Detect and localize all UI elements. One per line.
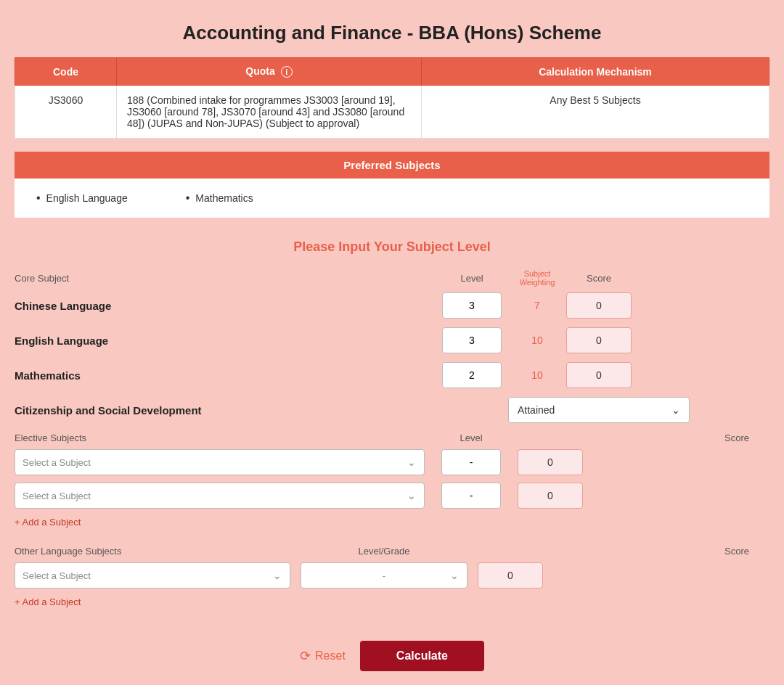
level-header: Level	[460, 273, 483, 284]
chinese-weighting: 7	[508, 300, 566, 311]
info-table: Code Quota i Calculation Mechanism JS306…	[15, 57, 769, 139]
math-level-select[interactable]: 21345	[442, 362, 502, 388]
bullet-2: •	[186, 192, 190, 205]
other-lang-headers: Other Language Subjects Level/Grade Scor…	[15, 545, 769, 557]
col-header-code: Code	[15, 58, 117, 86]
subject-name-english: English Language	[15, 335, 436, 347]
elective-row-2: Select a Subject ⌄ -12345 0	[15, 483, 769, 509]
math-weighting: 10	[508, 369, 566, 381]
preferred-subject-2-label: Mathematics	[195, 192, 253, 204]
add-subject-link[interactable]: + Add a Subject	[15, 516, 769, 539]
col-header-mechanism: Calculation Mechanism	[422, 58, 769, 86]
elective-level-1[interactable]: -12345	[435, 449, 507, 475]
english-weighting: 10	[508, 335, 566, 346]
other-level-grade-header: Level/Grade	[359, 546, 410, 557]
subject-row-math: Mathematics 21345 10 0	[15, 362, 769, 388]
preferred-subjects-content: • English Language • Mathematics	[15, 179, 769, 218]
calculate-button[interactable]: Calculate	[360, 641, 484, 671]
section-title: Please Input Your Subject Level	[15, 239, 769, 255]
reset-label: Reset	[315, 649, 346, 663]
add-subject-anchor[interactable]: + Add a Subject	[15, 517, 81, 528]
math-score: 0	[566, 362, 632, 388]
elective-label: Elective Subjects	[15, 432, 86, 443]
elective-score-header: Score	[704, 432, 769, 443]
chevron-down-icon: ⌄	[671, 404, 680, 416]
info-icon: i	[281, 66, 293, 78]
csd-attained-dropdown[interactable]: Attained ⌄	[508, 397, 690, 423]
chinese-level-select[interactable]: 31245	[442, 292, 502, 319]
other-level-select-1[interactable]: -	[301, 562, 467, 588]
elective-subject-select-1[interactable]: Select a Subject	[15, 449, 425, 475]
preferred-subject-1: • English Language	[36, 192, 128, 205]
add-other-link[interactable]: + Add a Subject	[15, 596, 769, 619]
preferred-subjects-header: Preferred Subjects	[15, 152, 769, 179]
subject-row-english: English Language 31245 10 0	[15, 327, 769, 353]
subject-name-math: Mathematics	[15, 369, 436, 382]
reset-button[interactable]: ⟳ Reset	[300, 648, 346, 664]
core-subject-label: Core Subject	[15, 273, 69, 284]
chinese-score: 0	[566, 292, 632, 319]
elective-subject-select-2[interactable]: Select a Subject	[15, 483, 425, 509]
subject-row-csd: Citizenship and Social Development Attai…	[15, 397, 769, 423]
elective-select-wrapper-2[interactable]: Select a Subject ⌄	[15, 483, 425, 509]
subject-row-chinese: Chinese Language 31245 7 0	[15, 292, 769, 319]
english-level-dropdown[interactable]: 31245	[436, 327, 508, 353]
elective-level-header: Level	[435, 432, 507, 443]
score-header: Score	[587, 273, 611, 284]
add-other-anchor[interactable]: + Add a Subject	[15, 596, 81, 607]
attained-value: Attained	[518, 404, 555, 416]
elective-score-2: 0	[518, 483, 583, 509]
chinese-level-dropdown[interactable]: 31245	[436, 292, 508, 319]
subject-name-chinese: Chinese Language	[15, 300, 436, 312]
elective-level-2[interactable]: -12345	[435, 483, 507, 509]
subject-name-csd: Citizenship and Social Development	[15, 404, 436, 417]
reset-icon: ⟳	[300, 648, 311, 664]
other-subject-wrapper[interactable]: Select a Subject ⌄	[15, 562, 290, 588]
other-lang-row-1: Select a Subject ⌄ - ⌄ 0	[15, 562, 769, 588]
col-header-quota: Quota i	[117, 58, 422, 86]
table-quota: 188 (Combined intake for programmes JS30…	[117, 86, 422, 139]
other-subject-select-1[interactable]: Select a Subject	[15, 562, 290, 588]
bullet-1: •	[36, 192, 41, 205]
math-level-dropdown[interactable]: 21345	[436, 362, 508, 388]
preferred-subject-2: • Mathematics	[186, 192, 253, 205]
elective-level-select-2[interactable]: -12345	[441, 483, 501, 509]
other-level-wrapper[interactable]: - ⌄	[301, 562, 467, 588]
preferred-subject-1-label: English Language	[46, 192, 128, 204]
elective-row-1: Select a Subject ⌄ -12345 0	[15, 449, 769, 475]
elective-level-select-1[interactable]: -12345	[441, 449, 501, 475]
weighting-header: Subject Weighting	[508, 269, 566, 287]
core-headers-row: Core Subject Level Subject Weighting Sco…	[15, 269, 769, 287]
elective-select-wrapper-1[interactable]: Select a Subject ⌄	[15, 449, 425, 475]
page-title: Accounting and Finance - BBA (Hons) Sche…	[15, 22, 769, 44]
button-row: ⟳ Reset Calculate	[15, 641, 769, 671]
english-level-select[interactable]: 31245	[442, 327, 502, 353]
other-score-1: 0	[478, 562, 543, 588]
elective-headers-row: Elective Subjects Level Score	[15, 432, 769, 443]
other-lang-label: Other Language Subjects	[15, 546, 121, 557]
elective-score-1: 0	[518, 449, 583, 475]
input-section: Please Input Your Subject Level Core Sub…	[15, 239, 769, 671]
english-score: 0	[566, 327, 632, 353]
table-mechanism: Any Best 5 Subjects	[422, 86, 769, 139]
table-code: JS3060	[15, 86, 117, 139]
other-score-header: Score	[724, 546, 749, 557]
